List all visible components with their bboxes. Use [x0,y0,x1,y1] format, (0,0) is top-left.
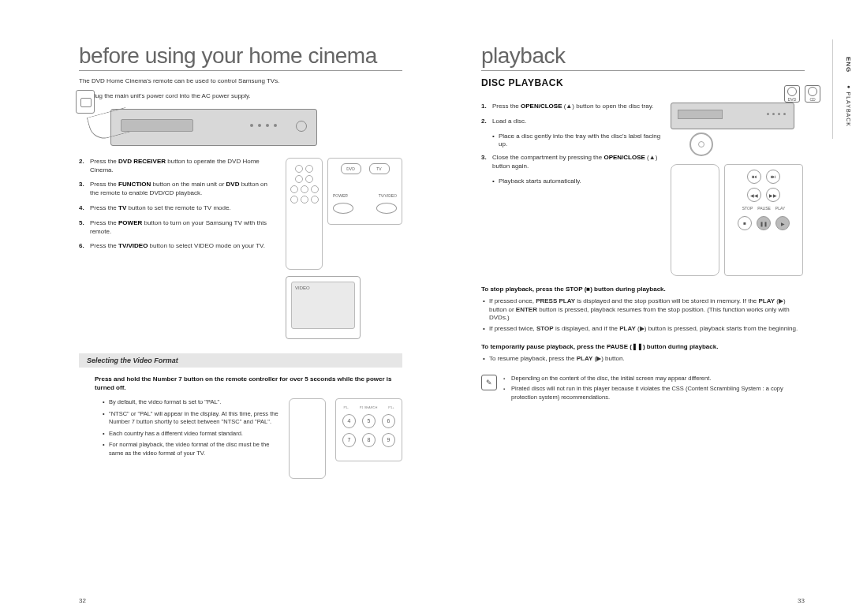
step-4: 4. Press the TV button to set the remote… [79,204,274,213]
rstep-3: 3. Close the compartment by pressing the… [481,154,661,171]
step-1: 1. Plug the main unit's power cord into … [79,92,402,101]
vf-bullet: "NTSC" or "PAL" will appear in the displ… [79,410,279,427]
rstep-3-sub: Playback starts automatically. [481,177,661,186]
disc-icon [689,133,713,156]
cd-icon: CD [805,85,820,103]
note-icon: ✎ [481,375,497,390]
page-right: playback DISC PLAYBACK ENG ● PLAYBACK DV… [426,0,852,616]
rstep-2: 2. Load a disc. [481,118,661,126]
remote-illustration [286,158,323,270]
rstep-2-sub: Place a disc gently into the tray with t… [481,133,661,150]
tv-video-label: VIDEO [295,286,310,290]
numpad-zoom-illustration: P1-P1 SEARCHP1+ 456 789 [335,398,402,461]
step-2: 2. Press the DVD RECEIVER button to oper… [79,158,274,175]
vf-bullet: Each country has a different video forma… [79,430,279,439]
remote-zoom-illustration: DVDTV POWERTV/VIDEO [327,158,402,225]
note-block: ✎ Depending on the content of the disc, … [481,375,805,405]
section-header: DISC PLAYBACK [481,77,805,88]
page-title-left: before using your home cinema [79,43,402,71]
note-line: Pirated discs will not run in this playe… [503,385,805,401]
receiver-illustration [79,109,402,146]
dvd-icon: DVD [784,85,800,103]
step-5: 5. Press the POWER button to turn on you… [79,219,274,237]
page-number-right: 33 [798,597,805,604]
section-tab-label: PLAYBACK [846,91,851,126]
note-line: Depending on the content of the disc, th… [503,375,805,383]
video-format-header: Selecting the Video Format [79,353,402,368]
rstep-1: 1. Press the OPEN/CLOSE (▲) button to op… [481,103,661,111]
stop-heading: To stop playback, press the STOP (■) but… [481,286,805,294]
video-format-instruction: Press and hold the Number 7 button on th… [79,375,402,393]
remote-control-illustration [671,164,719,276]
page-number-left: 32 [79,597,86,604]
intro-text: The DVD Home Cinema's remote can be used… [79,77,402,84]
step-6: 6. Press the TV/VIDEO button to select V… [79,242,274,251]
remote-numpad-illustration [289,398,326,479]
lang-label: ENG [845,57,852,73]
vf-bullet: For normal playback, the video format of… [79,441,279,457]
stop-bullet-1: If pressed once, PRESS PLAY is displayed… [481,297,805,323]
pause-heading: To temporarily pause playback, press the… [481,343,805,352]
outlet-icon [76,90,95,114]
stop-bullet-2: If pressed twice, STOP is displayed, and… [481,325,805,334]
tv-illustration: VIDEO [286,276,361,339]
vf-bullet: By default, the video format is set to "… [79,398,279,407]
page-title-right: playback [481,43,805,71]
pause-bullet: To resume playback, press the PLAY (▶) b… [481,355,805,364]
page-left: before using your home cinema The DVD Ho… [0,0,426,616]
receiver-small-illustration [671,103,794,129]
side-tab: ENG ● PLAYBACK [832,39,852,139]
step-3: 3. Press the FUNCTION button on the main… [79,181,274,198]
disc-type-icons: DVD CD [784,85,820,103]
control-zoom-illustration: ⏮⏭ ◀◀▶▶ STOPPAUSEPLAY ■❚❚▶ [724,164,803,276]
